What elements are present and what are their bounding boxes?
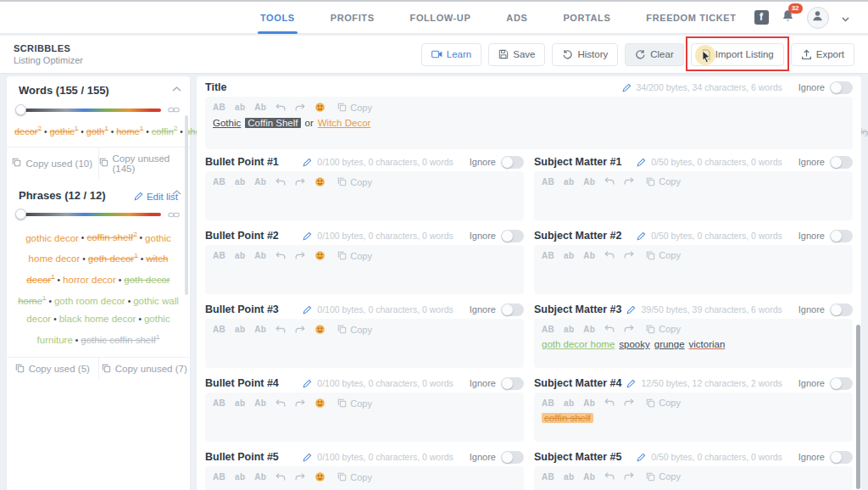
keyword-item[interactable]: coffin2: [152, 126, 178, 136]
titlecase-button[interactable]: Ab: [254, 177, 266, 187]
link-icon[interactable]: [168, 211, 180, 219]
titlecase-button[interactable]: Ab: [254, 398, 266, 408]
nav-tab-freedom-ticket[interactable]: FREEDOM TICKET: [628, 2, 754, 34]
phrase-item[interactable]: gothic decor: [25, 232, 79, 242]
copy-button[interactable]: Copy: [646, 471, 681, 482]
ignore-toggle[interactable]: [830, 156, 853, 169]
emoji-button[interactable]: [314, 398, 326, 409]
emoji-button[interactable]: [314, 102, 326, 113]
uppercase-button[interactable]: AB: [213, 251, 225, 260]
redo-icon[interactable]: [295, 103, 305, 112]
redo-icon[interactable]: [624, 177, 634, 186]
redo-icon[interactable]: [295, 252, 305, 260]
undo-icon[interactable]: [275, 399, 286, 408]
redo-icon[interactable]: [624, 398, 634, 407]
emoji-button[interactable]: [314, 176, 326, 187]
copy-button[interactable]: Copy: [337, 472, 372, 482]
redo-icon[interactable]: [295, 178, 305, 187]
copy-button[interactable]: Copy: [337, 398, 372, 409]
undo-icon[interactable]: [275, 473, 286, 482]
collapse-words-chevron-icon[interactable]: [172, 80, 181, 95]
redo-icon[interactable]: [624, 472, 634, 481]
bullet-point-1-editor-box[interactable]: ABabAbCopy: [205, 171, 524, 220]
lowercase-button[interactable]: ab: [235, 103, 245, 112]
titlecase-button[interactable]: Ab: [583, 472, 595, 482]
ignore-toggle[interactable]: [501, 377, 524, 390]
lowercase-button[interactable]: ab: [564, 177, 574, 187]
uppercase-button[interactable]: AB: [542, 472, 554, 482]
user-avatar[interactable]: [807, 7, 829, 29]
uppercase-button[interactable]: AB: [213, 398, 225, 408]
phrases-usage-slider[interactable]: [17, 213, 161, 216]
page-scrollbar[interactable]: [856, 325, 860, 489]
nav-tab-profits[interactable]: PROFITS: [313, 2, 392, 34]
uppercase-button[interactable]: AB: [213, 103, 225, 112]
undo-icon[interactable]: [604, 325, 615, 333]
copy-button[interactable]: Copy: [337, 177, 372, 187]
ignore-toggle[interactable]: [501, 230, 524, 242]
bullet-point-4-editor-box[interactable]: ABabAbCopy: [205, 393, 524, 442]
titlecase-button[interactable]: Ab: [254, 251, 266, 260]
import-listing-button[interactable]: Import Listing: [691, 43, 784, 66]
editor-content[interactable]: coffin shelf: [542, 413, 845, 423]
lowercase-button[interactable]: ab: [235, 325, 245, 334]
undo-icon[interactable]: [604, 177, 615, 186]
subject-matter-4-editor-box[interactable]: ABabAbCopycoffin shelf: [534, 393, 853, 442]
nav-tab-tools[interactable]: TOOLS: [242, 2, 313, 34]
phrase-item[interactable]: goth room decor: [54, 296, 125, 306]
link-icon[interactable]: [168, 106, 180, 114]
undo-icon[interactable]: [604, 398, 615, 407]
nav-tab-portals[interactable]: PORTALS: [545, 2, 628, 34]
titlecase-button[interactable]: Ab: [254, 103, 266, 112]
clear-button[interactable]: Clear: [625, 43, 683, 66]
uppercase-button[interactable]: AB: [542, 398, 554, 408]
copy-used-phrases-button[interactable]: Copy used (5): [7, 358, 98, 381]
sidebar-scrollbar[interactable]: [185, 115, 188, 295]
titlecase-button[interactable]: Ab: [583, 325, 595, 334]
nav-tab-follow-up[interactable]: FOLLOW-UP: [392, 2, 489, 34]
phrase-item[interactable]: horror decor: [63, 275, 116, 285]
ignore-toggle[interactable]: [830, 303, 853, 316]
collapse-phrases-chevron-icon[interactable]: [172, 183, 181, 198]
lowercase-button[interactable]: ab: [235, 177, 245, 187]
ignore-toggle[interactable]: [501, 303, 524, 316]
titlecase-button[interactable]: Ab: [583, 398, 595, 408]
ignore-toggle[interactable]: [830, 230, 853, 242]
copy-button[interactable]: Copy: [646, 324, 681, 334]
redo-icon[interactable]: [624, 251, 634, 259]
ignore-toggle[interactable]: [830, 81, 853, 94]
lowercase-button[interactable]: ab: [235, 251, 245, 260]
bullet-point-5-editor-box[interactable]: ABabAbCopy: [205, 466, 524, 490]
subject-matter-1-editor-box[interactable]: ABabAbCopy: [534, 171, 853, 220]
subject-matter-5-editor-box[interactable]: ABabAbCopy: [534, 466, 853, 490]
lowercase-button[interactable]: ab: [564, 398, 574, 408]
uppercase-button[interactable]: AB: [213, 325, 225, 334]
ignore-toggle[interactable]: [830, 451, 853, 464]
editor-content[interactable]: goth decor homespookygrungevictorian: [542, 339, 845, 349]
undo-icon[interactable]: [604, 251, 615, 259]
copy-button[interactable]: Copy: [646, 176, 681, 187]
undo-icon[interactable]: [275, 326, 286, 334]
keyword-item[interactable]: home1: [116, 126, 143, 136]
notifications-button[interactable]: 32: [782, 9, 794, 26]
uppercase-button[interactable]: AB: [213, 177, 225, 187]
copy-button[interactable]: Copy: [646, 250, 681, 260]
copy-button[interactable]: Copy: [337, 251, 372, 261]
undo-icon[interactable]: [275, 103, 286, 112]
lowercase-button[interactable]: ab: [235, 398, 245, 408]
slider-knob[interactable]: [15, 209, 26, 220]
nav-tab-ads[interactable]: ADS: [488, 2, 545, 34]
titlecase-button[interactable]: Ab: [254, 325, 266, 334]
history-button[interactable]: History: [552, 43, 618, 66]
save-button[interactable]: Save: [488, 43, 545, 66]
undo-icon[interactable]: [275, 252, 286, 260]
subject-matter-3-editor-box[interactable]: ABabAbCopygoth decor homespookygrungevic…: [534, 319, 853, 368]
copy-used-words-button[interactable]: Copy used (10): [7, 148, 98, 180]
keyword-item[interactable]: gothic1: [50, 126, 79, 136]
uppercase-button[interactable]: AB: [542, 177, 554, 187]
copy-button[interactable]: Copy: [337, 103, 372, 113]
redo-icon[interactable]: [295, 473, 305, 482]
learn-button[interactable]: Learn: [421, 43, 481, 66]
title-field-editor-box[interactable]: ABabAbCopyGothicCoffin ShelforWitch Deco…: [205, 97, 853, 149]
redo-icon[interactable]: [295, 326, 305, 334]
